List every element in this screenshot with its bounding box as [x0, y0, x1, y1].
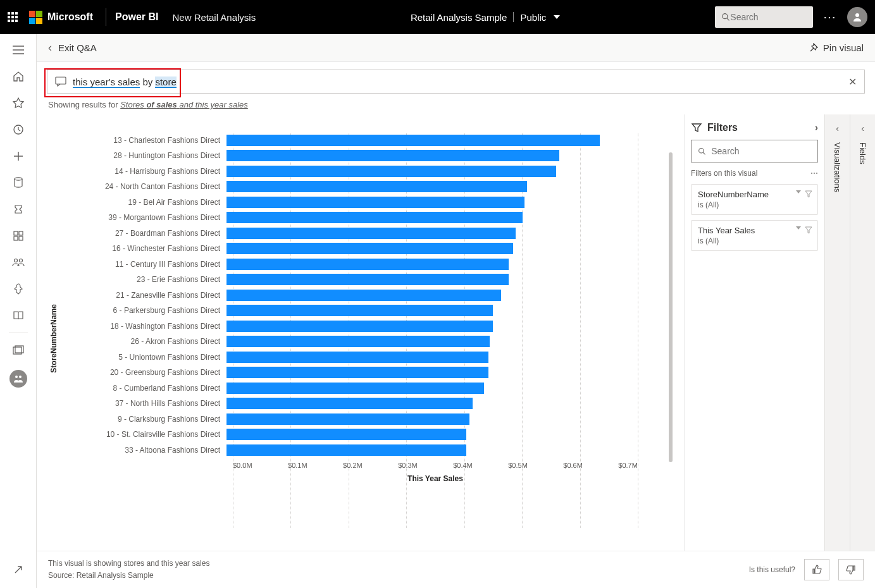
svg-point-18 — [15, 376, 18, 378]
bar-label: 19 - Bel Air Fashions Direct — [62, 198, 227, 207]
bar-row[interactable]: 13 - Charleston Fashions Direct — [62, 133, 671, 147]
chat-icon — [55, 77, 66, 87]
goals-icon[interactable] — [11, 202, 25, 216]
bar-fill — [227, 166, 556, 177]
visualizations-tab[interactable]: ‹ Visualizations — [824, 114, 850, 551]
fields-label: Fields — [858, 142, 867, 164]
report-name[interactable]: New Retail Analysis — [172, 12, 256, 23]
data-icon[interactable] — [11, 176, 25, 190]
recent-icon[interactable] — [11, 123, 25, 137]
bar-row[interactable]: 16 - Winchester Fashions Direct — [62, 242, 671, 255]
filter-search-input[interactable] — [711, 146, 811, 156]
divider — [106, 8, 106, 26]
bar-row[interactable]: 28 - Huntington Fashions Direct — [62, 149, 671, 162]
filter-card[interactable]: This Year Sales is (All) — [691, 220, 818, 251]
favorite-icon[interactable] — [11, 96, 25, 110]
microsoft-label: Microsoft — [47, 11, 93, 23]
pin-visual-button[interactable]: Pin visual — [808, 42, 864, 53]
back-chevron-icon[interactable]: ‹ — [48, 41, 52, 54]
learn-icon[interactable] — [11, 309, 25, 322]
bar-row[interactable]: 10 - St. Clairsville Fashions Direct — [62, 428, 671, 441]
chart-visual[interactable]: StoreNumberName 13 - Charleston Fashions… — [37, 114, 684, 551]
expand-chevron-icon[interactable]: › — [815, 122, 818, 133]
clear-filter-icon[interactable] — [805, 226, 812, 234]
bar-row[interactable]: 33 - Altoona Fashions Direct — [62, 443, 671, 456]
bar-label: 9 - Clarksburg Fashions Direct — [62, 415, 227, 424]
bar-row[interactable]: 23 - Erie Fashions Direct — [62, 273, 671, 286]
thumbs-up-button[interactable] — [804, 559, 829, 580]
search-icon — [698, 147, 706, 156]
thumbs-down-button[interactable] — [838, 559, 864, 580]
bar-row[interactable]: 20 - Greensburg Fashions Direct — [62, 366, 671, 379]
x-tick: $0.2M — [343, 462, 363, 469]
expand-icon[interactable] — [11, 563, 25, 577]
svg-line-22 — [703, 152, 705, 154]
results-hint: Showing results for Stores of sales and … — [37, 97, 875, 114]
shared-icon[interactable] — [11, 255, 25, 269]
x-tick: $0.4M — [453, 462, 473, 469]
global-search-input[interactable] — [730, 12, 807, 22]
more-icon[interactable]: ⋯ — [810, 169, 818, 178]
x-tick: $0.0M — [233, 462, 252, 469]
svg-rect-11 — [19, 231, 23, 235]
divider — [513, 12, 514, 22]
clear-icon[interactable]: ✕ — [848, 76, 857, 88]
pin-icon — [808, 43, 818, 53]
bar-row[interactable]: 26 - Akron Fashions Direct — [62, 335, 671, 348]
bar-row[interactable]: 14 - Harrisburg Fashions Direct — [62, 164, 671, 178]
user-avatar[interactable] — [847, 7, 867, 27]
clear-filter-icon[interactable] — [805, 190, 812, 198]
svg-rect-10 — [14, 231, 18, 235]
bar-fill — [227, 274, 509, 285]
product-name[interactable]: Power BI — [115, 11, 158, 23]
home-icon[interactable] — [11, 70, 25, 83]
bar-label: 10 - St. Clairsville Fashions Direct — [62, 430, 227, 439]
fields-tab[interactable]: ‹ Fields — [850, 114, 875, 551]
bar-row[interactable]: 11 - Century III Fashions Direct — [62, 257, 671, 271]
svg-rect-20 — [56, 77, 66, 84]
bar-row[interactable]: 6 - Parkersburg Fashions Direct — [62, 304, 671, 317]
create-icon[interactable] — [11, 149, 25, 163]
useful-label: Is this useful? — [749, 565, 795, 574]
bar-row[interactable]: 8 - Cumberland Fashions Direct — [62, 381, 671, 395]
search-icon — [721, 12, 730, 22]
x-tick: $0.6M — [563, 462, 583, 469]
bar-row[interactable]: 24 - North Canton Fashions Direct — [62, 180, 671, 193]
footer-description: This visual is showing stores and this y… — [48, 558, 209, 570]
bar-label: 20 - Greensburg Fashions Direct — [62, 368, 227, 377]
bar-label: 39 - Morgantown Fashions Direct — [62, 213, 227, 222]
bar-label: 21 - Zanesville Fashions Direct — [62, 291, 227, 300]
bar-row[interactable]: 9 - Clarksburg Fashions Direct — [62, 412, 671, 426]
filter-card[interactable]: StoreNumberName is (All) — [691, 184, 818, 215]
deployment-icon[interactable] — [11, 282, 25, 296]
bar-row[interactable]: 18 - Washington Fashions Direct — [62, 319, 671, 333]
global-search[interactable] — [715, 6, 813, 28]
more-menu-icon[interactable]: ⋯ — [823, 9, 837, 25]
qna-input[interactable]: this year's sales by store ✕ — [47, 70, 865, 94]
bar-row[interactable]: 5 - Uniontown Fashions Direct — [62, 350, 671, 364]
workspaces-icon[interactable] — [11, 343, 25, 357]
chevron-down-icon — [554, 15, 560, 19]
bar-label: 26 - Akron Fashions Direct — [62, 337, 227, 346]
bar-fill — [227, 290, 501, 301]
exit-qna-button[interactable]: Exit Q&A — [58, 42, 97, 53]
workspace-avatar-icon[interactable] — [9, 370, 27, 388]
scrollbar-thumb[interactable] — [669, 152, 673, 462]
bar-row[interactable]: 19 - Bel Air Fashions Direct — [62, 195, 671, 209]
bar-row[interactable]: 21 - Zanesville Fashions Direct — [62, 288, 671, 302]
breadcrumb[interactable]: Retail Analysis Sample Public — [411, 12, 560, 23]
bar-label: 8 - Cumberland Fashions Direct — [62, 384, 227, 393]
hamburger-icon[interactable] — [11, 43, 25, 57]
bar-row[interactable]: 27 - Boardman Fashions Direct — [62, 226, 671, 240]
app-launcher-icon[interactable] — [8, 12, 18, 22]
filter-section-label: Filters on this visual — [691, 169, 757, 178]
global-header: Microsoft Power BI New Retail Analysis R… — [0, 0, 875, 34]
bar-row[interactable]: 37 - North Hills Fashions Direct — [62, 397, 671, 410]
apps-icon[interactable] — [11, 229, 25, 243]
bar-label: 33 - Altoona Fashions Direct — [62, 446, 227, 455]
left-nav-rail — [0, 34, 37, 588]
bar-row[interactable]: 39 - Morgantown Fashions Direct — [62, 211, 671, 224]
filter-search[interactable] — [691, 140, 818, 162]
bar-fill — [227, 383, 484, 394]
bar-fill — [227, 429, 466, 440]
